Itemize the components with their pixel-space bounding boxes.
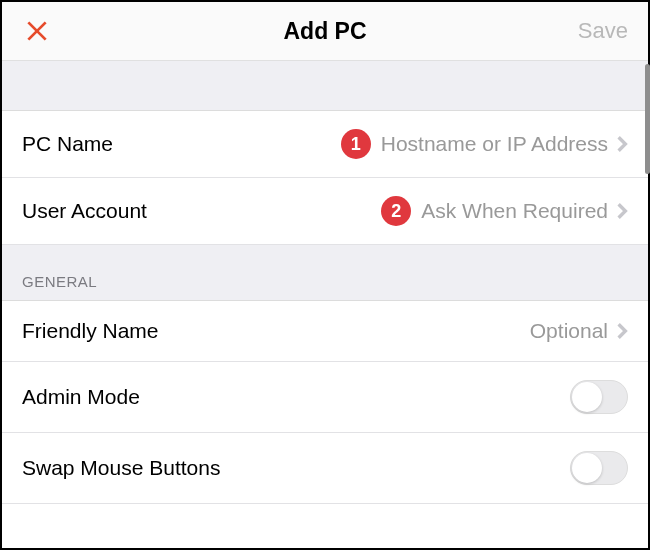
- chevron-right-icon: [616, 202, 628, 220]
- section-header-general: GENERAL: [2, 245, 648, 301]
- admin-mode-toggle[interactable]: [570, 380, 628, 414]
- page-title: Add PC: [283, 18, 366, 45]
- swap-mouse-label: Swap Mouse Buttons: [22, 456, 220, 480]
- pc-name-value: Hostname or IP Address: [381, 132, 608, 156]
- row-friendly-name[interactable]: Friendly Name Optional: [2, 301, 648, 362]
- user-account-value: Ask When Required: [421, 199, 608, 223]
- admin-mode-label: Admin Mode: [22, 385, 140, 409]
- scrollbar[interactable]: [645, 64, 650, 174]
- save-button[interactable]: Save: [578, 18, 628, 44]
- close-icon[interactable]: [22, 16, 52, 46]
- spacer: [2, 61, 648, 111]
- row-user-account[interactable]: User Account 2 Ask When Required: [2, 178, 648, 245]
- swap-mouse-toggle[interactable]: [570, 451, 628, 485]
- row-swap-mouse: Swap Mouse Buttons: [2, 433, 648, 504]
- header-bar: Add PC Save: [2, 2, 648, 61]
- friendly-name-label: Friendly Name: [22, 319, 159, 343]
- pc-name-label: PC Name: [22, 132, 113, 156]
- chevron-right-icon: [616, 322, 628, 340]
- annotation-badge-1: 1: [341, 129, 371, 159]
- row-pc-name[interactable]: PC Name 1 Hostname or IP Address: [2, 111, 648, 178]
- chevron-right-icon: [616, 135, 628, 153]
- user-account-label: User Account: [22, 199, 147, 223]
- annotation-badge-2: 2: [381, 196, 411, 226]
- row-admin-mode: Admin Mode: [2, 362, 648, 433]
- friendly-name-value: Optional: [530, 319, 608, 343]
